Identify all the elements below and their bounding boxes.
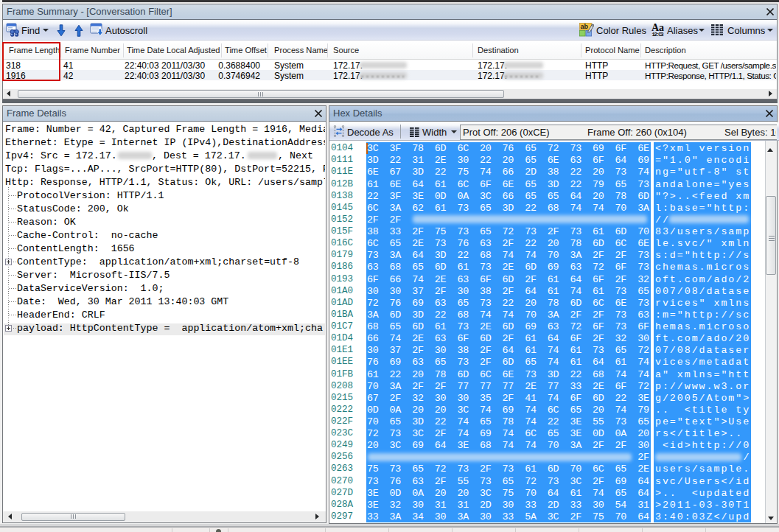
svg-text:12:C3: 12:C3 <box>652 32 664 37</box>
svg-text:ab: ab <box>581 23 589 30</box>
